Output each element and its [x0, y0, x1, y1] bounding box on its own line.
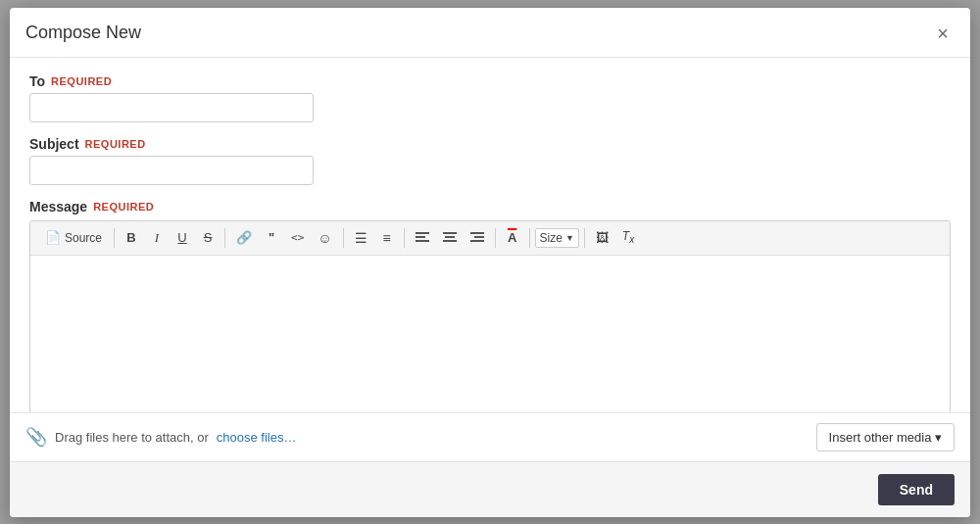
drag-text: Drag files here to attach, or	[55, 430, 209, 445]
emoji-button[interactable]: ☺	[312, 226, 337, 250]
modal-header: Compose New ×	[10, 8, 970, 58]
link-button[interactable]: 🔗	[230, 226, 258, 250]
message-group: Message REQUIRED 📄 Source B I U	[29, 199, 951, 412]
quote-button[interactable]: "	[260, 226, 283, 250]
svg-rect-6	[470, 232, 484, 234]
code-icon: <>	[291, 231, 304, 244]
subject-input[interactable]	[29, 156, 314, 185]
message-label: Message REQUIRED	[29, 199, 951, 214]
code-button[interactable]: <>	[285, 226, 310, 250]
clear-format-icon: Tx	[622, 229, 634, 245]
text-color-icon: A	[508, 230, 516, 245]
align-center-button[interactable]	[437, 226, 463, 250]
svg-rect-4	[445, 236, 455, 238]
choose-files-link[interactable]: choose files…	[217, 430, 297, 445]
message-required-badge: REQUIRED	[93, 201, 154, 213]
unordered-list-icon: ☰	[355, 230, 368, 246]
svg-rect-0	[416, 232, 429, 234]
svg-rect-7	[474, 236, 484, 238]
editor-container: 📄 Source B I U S 🔗 "	[29, 220, 951, 412]
toolbar-divider-7	[584, 228, 585, 248]
underline-button[interactable]: U	[171, 226, 194, 250]
toolbar-divider-6	[529, 228, 530, 248]
align-left-button[interactable]	[410, 226, 435, 250]
send-button[interactable]: Send	[878, 474, 955, 505]
align-right-button[interactable]	[465, 226, 490, 250]
modal-body: To REQUIRED Subject REQUIRED Message REQ…	[10, 58, 970, 412]
to-group: To REQUIRED	[29, 73, 951, 122]
source-button[interactable]: 📄 Source	[38, 226, 109, 250]
toolbar-divider-5	[495, 228, 496, 248]
unordered-list-button[interactable]: ☰	[349, 226, 373, 250]
subject-required-badge: REQUIRED	[85, 138, 146, 150]
link-icon: 🔗	[236, 230, 252, 245]
align-right-icon	[470, 232, 484, 244]
size-dropdown[interactable]: Size ▼	[535, 228, 579, 248]
editor-toolbar: 📄 Source B I U S 🔗 "	[30, 221, 950, 256]
compose-modal: Compose New × To REQUIRED Subject REQUIR…	[10, 8, 970, 517]
insert-media-button[interactable]: Insert other media ▾	[816, 423, 955, 452]
dropdown-arrow-icon: ▼	[565, 233, 574, 243]
toolbar-divider-4	[404, 228, 405, 248]
image-button[interactable]: 🖼	[590, 226, 614, 250]
to-label: To REQUIRED	[29, 73, 951, 89]
svg-rect-3	[443, 232, 457, 234]
modal-overlay: Compose New × To REQUIRED Subject REQUIR…	[0, 0, 980, 524]
close-button[interactable]: ×	[931, 22, 955, 45]
subject-label: Subject REQUIRED	[29, 136, 951, 152]
subject-group: Subject REQUIRED	[29, 136, 951, 185]
ordered-list-button[interactable]: ≡	[375, 226, 399, 250]
clear-format-button[interactable]: Tx	[616, 226, 640, 250]
italic-button[interactable]: I	[145, 226, 169, 250]
to-required-badge: REQUIRED	[51, 75, 112, 87]
file-icon: 📄	[45, 230, 61, 245]
align-left-icon	[416, 232, 429, 244]
editor-content[interactable]	[30, 256, 950, 412]
attachment-footer: 📎 Drag files here to attach, or choose f…	[10, 412, 970, 461]
emoji-icon: ☺	[318, 230, 331, 246]
ordered-list-icon: ≡	[382, 230, 390, 246]
svg-rect-8	[470, 240, 484, 242]
strikethrough-button[interactable]: S	[196, 226, 220, 250]
action-footer: Send	[10, 461, 970, 517]
quote-icon: "	[269, 230, 274, 245]
toolbar-divider-2	[224, 228, 225, 248]
modal-title: Compose New	[25, 23, 141, 43]
toolbar-divider-3	[343, 228, 344, 248]
svg-rect-2	[416, 240, 429, 242]
svg-rect-1	[416, 236, 425, 238]
text-color-button[interactable]: A	[501, 226, 524, 250]
paperclip-icon: 📎	[25, 426, 47, 448]
to-input[interactable]	[29, 93, 314, 122]
svg-rect-5	[443, 240, 457, 242]
toolbar-divider-1	[114, 228, 115, 248]
align-center-icon	[443, 232, 457, 244]
bold-button[interactable]: B	[120, 226, 143, 250]
attach-left: 📎 Drag files here to attach, or choose f…	[25, 426, 296, 448]
image-icon: 🖼	[596, 230, 609, 245]
